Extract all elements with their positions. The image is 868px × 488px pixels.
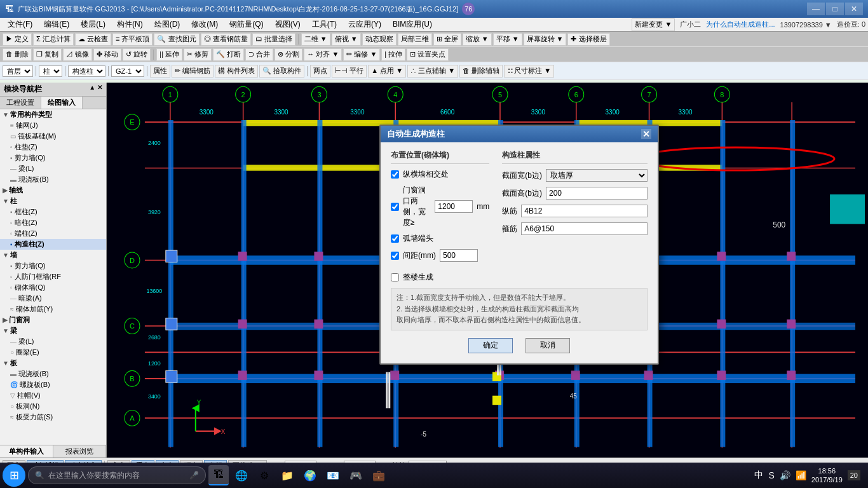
property-button[interactable]: 属性 xyxy=(150,65,170,78)
volume-icon[interactable]: 🔊 xyxy=(780,470,790,480)
pan-button[interactable]: 平移 ▼ xyxy=(493,33,522,46)
tab-report[interactable]: 报表浏览 xyxy=(53,445,107,458)
trim-button[interactable]: ✂ 修剪 xyxy=(184,48,212,61)
batch-select-button[interactable]: 🗂 批量选择 xyxy=(252,33,295,46)
label-spacing[interactable]: 间距(mm) xyxy=(403,250,436,261)
tree-item-hidden-beam[interactable]: — 暗梁(A) xyxy=(0,293,106,304)
tree-group-wall[interactable]: ▼ 墙 xyxy=(0,250,106,261)
phone-number[interactable]: 13907298339 ▼ xyxy=(780,21,832,29)
menu-floor[interactable]: 楼层(L) xyxy=(76,18,111,31)
gz1-select[interactable]: GZ-1 xyxy=(111,65,144,77)
pick-component-button[interactable]: 🔍 拾取构件 xyxy=(259,65,304,78)
minimize-button[interactable]: — xyxy=(807,3,825,15)
checkbox-door-window[interactable] xyxy=(391,203,399,211)
menu-edit[interactable]: 编辑(E) xyxy=(39,18,74,31)
tree-item-beam2[interactable]: — 梁(L) xyxy=(0,336,106,347)
move-button[interactable]: ✤ 移动 xyxy=(93,48,121,61)
tree-item-cast-slab[interactable]: ▬ 现浇板(B) xyxy=(0,174,106,185)
three-point-axis-button[interactable]: ∴ 三点辅轴 ▼ xyxy=(407,65,458,78)
dynamic-view-button[interactable]: 动态观察 xyxy=(362,33,397,46)
checkbox-whole-floor[interactable] xyxy=(391,273,399,281)
zoom-button[interactable]: 缩放 ▼ xyxy=(463,33,492,46)
stirrup-input[interactable] xyxy=(521,222,648,235)
2d-view-button[interactable]: 二维 ▼ xyxy=(301,33,330,46)
menu-file[interactable]: 文件(F) xyxy=(3,18,37,31)
tree-item-col-cap[interactable]: ▽ 柱帽(V) xyxy=(0,390,106,401)
longitudinal-rebar-input[interactable] xyxy=(521,205,648,217)
component-list-button[interactable]: 構 构件列表 xyxy=(215,65,258,78)
menu-tools[interactable]: 工具(T) xyxy=(307,18,342,31)
tree-item-beam[interactable]: — 梁(L) xyxy=(0,163,106,174)
tree-item-mat-found[interactable]: ▭ 筏板基础(M) xyxy=(0,131,106,142)
start-button[interactable]: ⊞ xyxy=(3,464,25,487)
tree-item-slab-hole[interactable]: ○ 板洞(N) xyxy=(0,401,106,412)
label-intersect[interactable]: 纵横墙相交处 xyxy=(403,169,449,180)
checkbox-spacing[interactable] xyxy=(391,252,399,260)
label-whole-floor[interactable]: 整楼生成 xyxy=(403,272,433,283)
height-b-input[interactable] xyxy=(546,187,648,200)
tree-group-beam[interactable]: ▼ 梁 xyxy=(0,325,106,336)
tree-item-shear-wall2[interactable]: ▪ 剪力墙(Q) xyxy=(0,261,106,271)
network-icon[interactable]: 📶 xyxy=(796,470,806,480)
taskbar-app-6[interactable]: 📧 xyxy=(323,465,343,485)
tree-item-end-col[interactable]: ▫ 端柱(Z) xyxy=(0,228,106,239)
tree-group-common[interactable]: ▼ 常用构件类型 xyxy=(0,109,106,120)
cancel-button[interactable]: 取消 xyxy=(526,338,570,353)
floor-select[interactable]: 首层 xyxy=(3,65,33,77)
taskbar-app-4[interactable]: 📁 xyxy=(277,465,297,485)
local-3d-button[interactable]: 局部三维 xyxy=(398,33,432,46)
dimension-button[interactable]: ∷ 尺寸标注 ▼ xyxy=(504,65,554,78)
menu-modify[interactable]: 修改(M) xyxy=(186,18,223,31)
tree-item-ring-beam[interactable]: ○ 圈梁(E) xyxy=(0,347,106,358)
delete-axis-button[interactable]: 🗑 删除辅轴 xyxy=(459,65,503,78)
tree-item-construct-col[interactable]: ▪ 构造柱(Z) xyxy=(0,239,106,250)
taskbar-app-7[interactable]: 🎮 xyxy=(346,465,366,485)
tree-item-col-pad[interactable]: ▫ 柱垫(Z) xyxy=(0,142,106,152)
taskbar-app-2[interactable]: 🌐 xyxy=(231,465,252,485)
mirror-button[interactable]: ⊿ 镜像 xyxy=(63,48,92,61)
dialog-close-button[interactable]: ✕ xyxy=(641,129,651,139)
tree-group-axis[interactable]: ▶ 轴线 xyxy=(0,185,106,196)
select-floor-button[interactable]: ✚ 选择楼层 xyxy=(567,33,609,46)
antivirus-icon[interactable]: S xyxy=(768,470,774,480)
label-door-window[interactable]: 门窗洞口两侧，宽度≥ xyxy=(403,185,431,228)
tree-item-hidden-col[interactable]: ▫ 暗柱(Z) xyxy=(0,217,106,228)
system-clock[interactable]: 18:56 2017/9/19 xyxy=(811,466,843,485)
tree-item-axis[interactable]: ≡ 轴网(J) xyxy=(0,120,106,131)
tree-group-slab[interactable]: ▼ 板 xyxy=(0,358,106,369)
close-button[interactable]: ✕ xyxy=(845,3,863,15)
tree-item-defense-wall[interactable]: ▫ 人防门框墙(RF xyxy=(0,271,106,282)
tree-item-masonry-rebar[interactable]: ≈ 砌体加筋(Y) xyxy=(0,304,106,315)
label-arc-end[interactable]: 弧墙端头 xyxy=(403,233,433,244)
why-auto-generate[interactable]: 为什么自动生成造柱... xyxy=(706,20,775,29)
screen-rotate-button[interactable]: 屏幕旋转 ▼ xyxy=(524,33,567,46)
break-button[interactable]: 🔨 打断 xyxy=(213,48,244,61)
parallel-button[interactable]: ⊢⊣ 平行 xyxy=(332,65,367,78)
delete-button[interactable]: 🗑 删除 xyxy=(3,48,32,61)
cloud-new-change[interactable]: 新建变更 ▼ xyxy=(632,18,675,31)
find-element-button[interactable]: 🔍 查找图元 xyxy=(154,33,199,46)
menu-cloud[interactable]: 云应用(Y) xyxy=(343,18,386,31)
taskbar-app-1[interactable]: 🏗 xyxy=(208,465,229,485)
checkbox-arc-end[interactable] xyxy=(391,234,399,243)
two-point-button[interactable]: 两点 xyxy=(310,65,330,78)
menu-rebar[interactable]: 钢筋量(Q) xyxy=(224,18,268,31)
top-view-button[interactable]: 俯视 ▼ xyxy=(332,33,361,46)
tree-item-spiral-slab[interactable]: 🌀 螺旋板(B) xyxy=(0,379,106,390)
spacing-input[interactable] xyxy=(440,249,478,262)
main-cad-area[interactable]: 1 2 3 4 5 6 7 8 E D C B A 3300 3300 3300… xyxy=(107,83,868,458)
align-button[interactable]: ↔ 对齐 ▼ xyxy=(304,48,342,61)
tree-item-cast-slab2[interactable]: ▬ 现浇板(B) xyxy=(0,369,106,379)
tree-item-frame-col[interactable]: ▪ 框柱(Z) xyxy=(0,207,106,217)
menu-draw[interactable]: 绘图(D) xyxy=(149,18,186,31)
menu-bim[interactable]: BIM应用(U) xyxy=(388,18,437,31)
search-bar[interactable]: 🔍 在这里输入你要搜索的内容 🎤 xyxy=(28,466,206,484)
edit-button[interactable]: ✏ 编修 ▼ xyxy=(343,48,380,61)
tab-drawing-input[interactable]: 绘图输入 xyxy=(41,97,83,109)
align-top-button[interactable]: ≡ 齐平板顶 xyxy=(112,33,153,46)
extend-button[interactable]: || 延伸 xyxy=(156,48,182,61)
maximize-button[interactable]: □ xyxy=(826,3,844,15)
tree-group-col[interactable]: ▼ 柱 xyxy=(0,196,106,207)
menu-view[interactable]: 视图(V) xyxy=(270,18,306,31)
construct-col-select[interactable]: 构造柱 xyxy=(68,65,105,77)
